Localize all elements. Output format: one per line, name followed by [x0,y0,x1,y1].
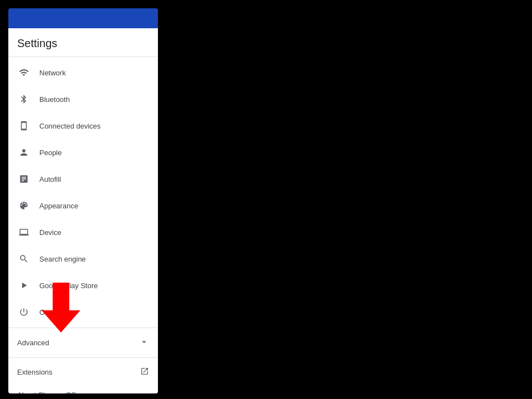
divider-2 [8,357,158,358]
autofill-icon [17,172,30,186]
sidebar-item-label-autofill: Autofill [39,175,61,183]
phone-icon [17,119,30,132]
sidebar-item-about[interactable]: About Chrome OS [8,384,158,393]
search-icon [17,252,30,265]
sidebar-item-extensions[interactable]: Extensions [8,360,158,384]
play-icon [17,279,30,292]
wifi-icon [17,66,30,79]
laptop-icon [17,226,30,239]
sidebar-item-appearance[interactable]: Appearance [8,192,158,219]
sidebar-item-network[interactable]: Network [8,59,158,86]
page-title: Settings [8,28,158,57]
sidebar-item-google-play-store[interactable]: Google Play Store [8,272,158,299]
sidebar-item-label-extensions: Extensions [17,368,53,376]
power-icon [17,305,30,319]
sidebar-item-people[interactable]: People [8,139,158,166]
sidebar-item-label-about: About Chrome OS [17,391,76,393]
sidebar-item-bluetooth[interactable]: Bluetooth [8,86,158,112]
person-icon [17,146,30,159]
sidebar-item-label-search-engine: Search engine [39,255,86,263]
sidebar-item-label-people: People [39,149,62,157]
sidebar-item-device[interactable]: Device [8,219,158,245]
advanced-left: Advanced [17,339,49,347]
sidebar-item-label-on-startup: On startup [39,308,73,316]
sidebar-item-on-startup[interactable]: On startup [8,299,158,325]
settings-window: Settings Network Bluetooth [8,8,158,393]
sidebar-item-label-network: Network [39,69,66,77]
sidebar-item-label-connected-devices: Connected devices [39,122,101,130]
sidebar-item-label-device: Device [39,228,62,237]
palette-icon [17,199,30,212]
divider-1 [8,328,158,328]
sidebar-item-label-advanced: Advanced [17,339,49,347]
sidebar-item-label-appearance: Appearance [39,202,78,210]
chevron-down-icon [139,337,149,349]
sidebar-item-label-bluetooth: Bluetooth [39,95,70,104]
sidebar-item-search-engine[interactable]: Search engine [8,245,158,272]
sidebar-item-connected-devices[interactable]: Connected devices [8,112,158,139]
settings-content: Settings Network Bluetooth [8,28,158,393]
external-link-icon [140,367,149,377]
sidebar-item-label-google-play-store: Google Play Store [39,282,98,290]
sidebar-item-autofill[interactable]: Autofill [8,166,158,192]
title-bar [8,8,158,28]
bluetooth-icon [17,93,30,106]
sidebar-item-advanced[interactable]: Advanced [8,330,158,355]
